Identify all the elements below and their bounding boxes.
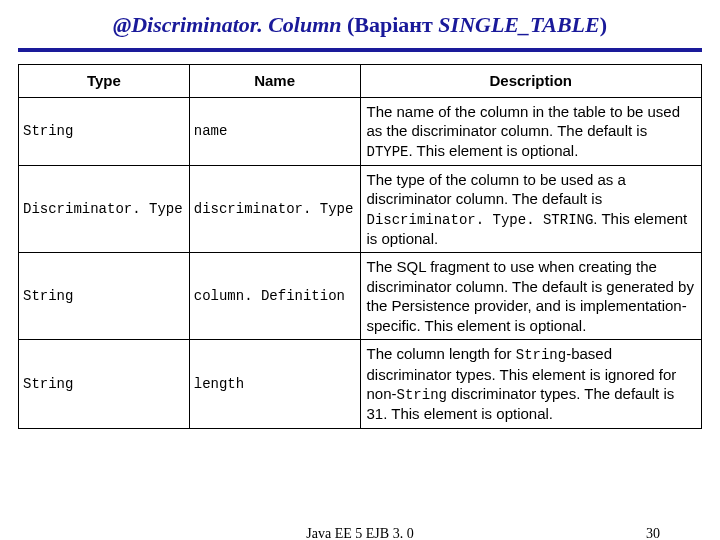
cell-description: The name of the column in the table to b…	[360, 97, 702, 165]
header-description: Description	[360, 65, 702, 98]
title-annotation: @Discriminator. Column	[113, 12, 342, 37]
footer-pagenum: 30	[646, 526, 660, 540]
desc-text: . This element is optional.	[409, 142, 579, 159]
cell-type: String	[19, 97, 190, 165]
header-name: Name	[189, 65, 360, 98]
table-row: String column. Definition The SQL fragme…	[19, 253, 702, 340]
title-variant: Варіант	[354, 12, 438, 37]
cell-type: String	[19, 253, 190, 340]
cell-name: name	[189, 97, 360, 165]
desc-code: Discriminator. Type. STRING	[367, 212, 594, 228]
table-row: Discriminator. Type discriminator. Type …	[19, 165, 702, 253]
desc-text: The SQL fragment to use when creating th…	[367, 258, 694, 334]
cell-name: length	[189, 340, 360, 428]
attributes-table: Type Name Description String name The na…	[18, 64, 702, 429]
slide: @Discriminator. Column (Варіант SINGLE_T…	[0, 0, 720, 540]
cell-name: column. Definition	[189, 253, 360, 340]
slide-title: @Discriminator. Column (Варіант SINGLE_T…	[18, 12, 702, 38]
cell-description: The column length for String-based discr…	[360, 340, 702, 428]
title-paren-close: )	[600, 12, 607, 37]
table-row: String name The name of the column in th…	[19, 97, 702, 165]
table-row: String length The column length for Stri…	[19, 340, 702, 428]
desc-code: DTYPE	[367, 144, 409, 160]
desc-text: The name of the column in the table to b…	[367, 103, 681, 140]
cell-description: The type of the column to be used as a d…	[360, 165, 702, 253]
cell-type: String	[19, 340, 190, 428]
desc-code: String	[397, 387, 447, 403]
cell-type: Discriminator. Type	[19, 165, 190, 253]
table-header-row: Type Name Description	[19, 65, 702, 98]
desc-code: String	[516, 347, 566, 363]
desc-text: The column length for	[367, 345, 516, 362]
cell-description: The SQL fragment to use when creating th…	[360, 253, 702, 340]
desc-text: The type of the column to be used as a d…	[367, 171, 626, 208]
header-type: Type	[19, 65, 190, 98]
title-rule	[18, 48, 702, 52]
footer-center: Java EE 5 EJB 3. 0	[0, 526, 720, 540]
cell-name: discriminator. Type	[189, 165, 360, 253]
title-paren-open: (	[342, 12, 355, 37]
title-single-table: SINGLE_TABLE	[438, 12, 599, 37]
